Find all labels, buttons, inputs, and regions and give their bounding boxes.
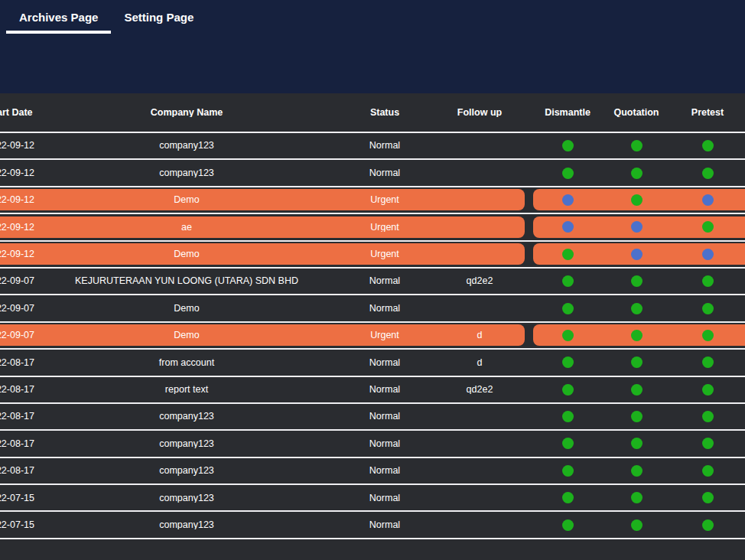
- header-start-date: Start Date: [0, 108, 67, 118]
- pretest-status-dot: [702, 411, 714, 422]
- row-main-segment: 2022-09-12 company123 Normal: [0, 162, 525, 184]
- row-main-segment: 2022-07-15 company123 Normal: [0, 514, 525, 536]
- company-name-cell: company123: [67, 168, 306, 178]
- company-name-cell: company123: [67, 439, 306, 449]
- segment-gap: [525, 433, 533, 454]
- quotation-status-dot: [631, 221, 643, 233]
- follow-up-cell: qd2e2: [434, 276, 525, 286]
- start-date-cell: 2022-08-17: [0, 385, 67, 395]
- start-date-cell: 2022-09-07: [0, 276, 67, 286]
- row-status-segment: [533, 217, 745, 238]
- segment-gap: [525, 460, 533, 481]
- company-name-cell: Demo: [67, 249, 306, 259]
- pretest-status-dot: [702, 330, 714, 341]
- dismantle-status-dot: [562, 303, 574, 314]
- table-row[interactable]: 2022-09-12 ae Urgent: [0, 214, 745, 241]
- segment-gap: [525, 514, 533, 536]
- status-cell: Urgent: [335, 249, 434, 259]
- segment-gap: [525, 162, 533, 184]
- pretest-status-dot: [702, 303, 714, 314]
- row-status-segment: [533, 433, 745, 454]
- status-cell: Normal: [335, 358, 434, 368]
- table-row[interactable]: 2022-09-12 company123 Normal: [0, 133, 745, 160]
- table-row[interactable]: 2022-08-17 report text Normal qd2e2: [0, 377, 745, 404]
- table-row[interactable]: 2022-07-15 company123 Normal: [0, 485, 745, 512]
- status-cell: Normal: [335, 520, 434, 530]
- table-header-row: Start Date Company Name Status Follow up…: [0, 93, 745, 133]
- quotation-status-dot: [631, 492, 643, 503]
- quotation-status-dot: [631, 303, 643, 314]
- tab-setting-page[interactable]: Setting Page: [111, 6, 207, 34]
- table-row[interactable]: 2022-09-12 Demo Urgent: [0, 187, 745, 214]
- table-row[interactable]: 2022-09-07 Demo Urgent d: [0, 323, 745, 350]
- follow-up-cell: d: [434, 358, 525, 368]
- quotation-status-dot: [631, 330, 643, 341]
- row-main-segment: 2022-09-07 KEJURUTERAAN YUN LOONG (UTARA…: [0, 271, 525, 292]
- row-status-segment: [533, 514, 745, 536]
- row-status-segment: [533, 189, 745, 210]
- company-name-cell: company123: [67, 412, 306, 422]
- pretest-status-dot: [702, 357, 714, 368]
- tab-bar: Archives Page Setting Page: [0, 0, 745, 34]
- pretest-status-dot: [702, 221, 714, 233]
- table-row[interactable]: 2022-08-17 company123 Normal: [0, 431, 745, 457]
- pretest-status-dot: [702, 168, 714, 179]
- archives-table: Start Date Company Name Status Follow up…: [0, 93, 745, 560]
- start-date-cell: 2022-08-17: [0, 412, 67, 422]
- start-date-cell: 2022-07-15: [0, 520, 67, 530]
- table-row[interactable]: 2022-09-12 Demo Urgent: [0, 242, 745, 269]
- dismantle-status-dot: [562, 221, 574, 233]
- table-row[interactable]: 2022-09-07 Demo Normal: [0, 295, 745, 322]
- company-name-cell: from account: [67, 358, 306, 368]
- table-row[interactable]: 2022-08-17 company123 Normal: [0, 458, 745, 485]
- status-cell: Normal: [335, 466, 434, 476]
- pretest-status-dot: [702, 384, 714, 396]
- top-navbar: Archives Page Setting Page: [0, 0, 745, 93]
- company-name-cell: company123: [67, 520, 306, 530]
- status-cell: Normal: [335, 304, 434, 314]
- row-main-segment: 2022-08-17 company123 Normal: [0, 406, 525, 428]
- company-name-cell: company123: [67, 141, 306, 151]
- table-row[interactable]: 2022-09-12 company123 Normal: [0, 160, 745, 187]
- segment-gap: [525, 243, 533, 265]
- tab-archives-page[interactable]: Archives Page: [6, 6, 111, 34]
- dismantle-status-dot: [562, 194, 574, 206]
- row-main-segment: 2022-08-17 from account Normal d: [0, 352, 525, 373]
- table-row[interactable]: 2022-07-15 company123 Normal: [0, 512, 745, 539]
- company-name-cell: company123: [67, 493, 306, 503]
- company-name-cell: report text: [67, 385, 306, 395]
- segment-gap: [525, 406, 533, 428]
- dismantle-status-dot: [562, 411, 574, 422]
- row-status-segment: [533, 243, 745, 265]
- row-status-segment: [533, 324, 745, 346]
- start-date-cell: 2022-09-12: [0, 168, 67, 178]
- status-cell: Urgent: [335, 223, 434, 233]
- pretest-status-dot: [702, 275, 714, 287]
- start-date-cell: 2022-09-12: [0, 249, 67, 259]
- status-cell: Normal: [335, 385, 434, 395]
- status-cell: Normal: [335, 412, 434, 422]
- table-row[interactable]: 2022-08-17 company123 Normal: [0, 404, 745, 431]
- start-date-cell: 2022-08-17: [0, 439, 67, 449]
- table-row[interactable]: 2022-09-07 KEJURUTERAAN YUN LOONG (UTARA…: [0, 269, 745, 295]
- dismantle-status-dot: [562, 249, 574, 260]
- pretest-status-dot: [702, 140, 714, 151]
- company-name-cell: KEJURUTERAAN YUN LOONG (UTARA) SDN BHD: [67, 276, 306, 286]
- segment-gap: [525, 189, 533, 210]
- quotation-status-dot: [631, 275, 643, 287]
- follow-up-cell: d: [434, 330, 525, 340]
- status-cell: Normal: [335, 276, 434, 286]
- pretest-status-dot: [702, 519, 714, 531]
- header-dismantle: Dismantle: [533, 108, 602, 118]
- dismantle-status-dot: [562, 519, 574, 531]
- quotation-status-dot: [631, 140, 643, 151]
- dismantle-status-dot: [562, 492, 574, 503]
- pretest-status-dot: [702, 194, 714, 206]
- dismantle-status-dot: [562, 465, 574, 477]
- company-name-cell: Demo: [67, 304, 306, 314]
- row-main-segment: 2022-09-12 Demo Urgent: [0, 243, 525, 265]
- segment-gap: [525, 352, 533, 373]
- segment-gap: [525, 135, 533, 157]
- company-name-cell: company123: [67, 466, 306, 476]
- table-row[interactable]: 2022-08-17 from account Normal d: [0, 350, 745, 376]
